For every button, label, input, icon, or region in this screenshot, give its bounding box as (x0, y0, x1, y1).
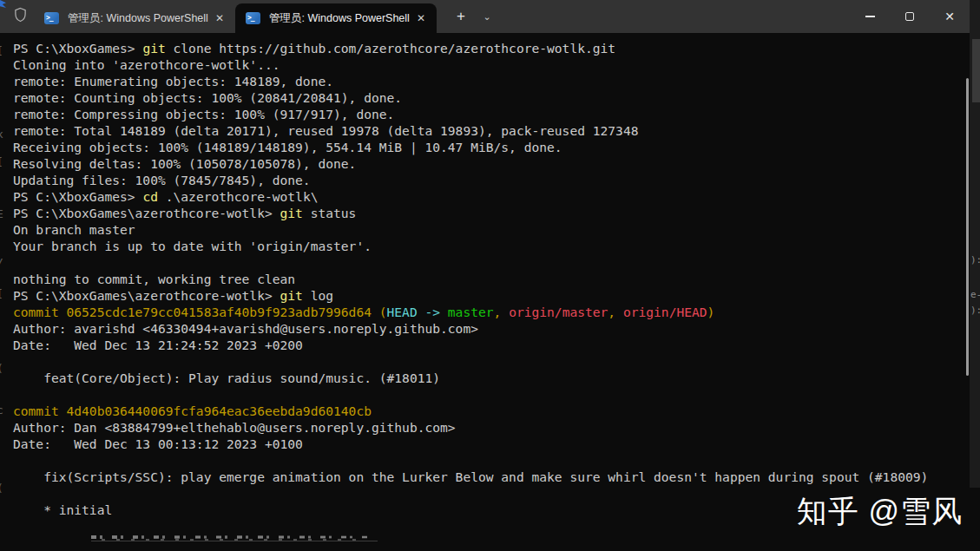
edge-glyph-fragment: [ (0, 288, 6, 299)
window-controls: ✕ (850, 0, 970, 33)
edge-glyph-fragment: ): (970, 255, 980, 265)
scrollbar-thumb[interactable] (966, 78, 969, 376)
edge-glyph-fragment: [ (0, 45, 6, 56)
powershell-icon (44, 12, 59, 24)
terminal-line: Date: Wed Dec 13 21:24:52 2023 +0200 (13, 337, 970, 353)
tab-close-icon[interactable]: ✕ (211, 10, 228, 27)
tab-title: 管理员: Windows PowerShell (68, 11, 211, 26)
terminal-line: Updating files: 100% (7845/7845), done. (13, 172, 970, 188)
terminal-line: remote: Enumerating objects: 148189, don… (13, 73, 970, 89)
terminal-line: remote: Counting objects: 100% (20841/20… (13, 89, 970, 106)
edge-glyph-fragment: ): (970, 305, 980, 315)
terminal-line (13, 353, 970, 370)
background-window-fragment (972, 39, 980, 102)
edge-glyph-fragment: ( (0, 482, 6, 494)
maximize-icon (905, 12, 914, 21)
terminal-line: fix(Scripts/SSC): play emerge animation … (13, 469, 970, 485)
edge-glyph-fragment: / (0, 257, 6, 268)
titlebar: 管理员: Windows PowerShell ✕ 管理员: Windows P… (0, 0, 980, 33)
terminal-line: On branch master (13, 221, 970, 238)
admin-shield-icon (14, 7, 27, 26)
terminal-line: Receiving objects: 100% (148189/148189),… (13, 139, 970, 155)
cutoff-subtitle-baseline (91, 541, 378, 541)
edge-glyph-fragment: [ (0, 156, 6, 167)
terminal-line: Resolving deltas: 100% (105078/105078), … (13, 155, 970, 172)
minimize-button[interactable] (850, 0, 890, 33)
close-button[interactable]: ✕ (930, 0, 970, 33)
minimize-icon (865, 16, 875, 17)
terminal-line: commit 06525cdc1e79cc041583af40b9f923adb… (13, 304, 970, 320)
edge-glyph-fragment: x (0, 128, 6, 140)
terminal-output[interactable]: PS C:\XboxGames> git clone https://githu… (0, 33, 970, 551)
edge-glyph-fragment: ( (0, 363, 6, 374)
windows-terminal-window: 管理员: Windows PowerShell ✕ 管理员: Windows P… (0, 0, 980, 551)
close-icon: ✕ (944, 10, 955, 23)
terminal-line: feat(Core/Object): Play radius sound/mus… (13, 370, 970, 386)
tab-title: 管理员: Windows PowerShell (269, 11, 412, 26)
terminal-line: Author: Dan <83884799+elthehablo@users.n… (13, 419, 970, 436)
terminal-line: PS C:\XboxGames\azerothcore-wotlk> git l… (13, 287, 970, 304)
terminal-line: Cloning into 'azerothcore-wotlk'... (13, 56, 970, 73)
chevron-down-icon[interactable]: ⌄ (477, 5, 497, 28)
terminal-line: PS C:\XboxGames\azerothcore-wotlk> git s… (13, 205, 970, 221)
background-window-sliver: ):e-): (970, 0, 980, 488)
powershell-icon (246, 12, 260, 24)
terminal-line: Author: avarishd <46330494+avarishd@user… (13, 320, 970, 337)
tab-powershell-2-active[interactable]: 管理员: Windows PowerShell ✕ (235, 3, 437, 33)
tab-close-icon[interactable]: ✕ (412, 10, 430, 27)
edge-glyph-fragment: c (0, 404, 6, 416)
terminal-line: Your branch is up to date with 'origin/m… (13, 238, 970, 254)
terminal-line: remote: Total 148189 (delta 20171), reus… (13, 122, 970, 139)
tab-powershell-1[interactable]: 管理员: Windows PowerShell ✕ (34, 3, 235, 33)
edge-glyph-fragment: e- (970, 290, 980, 299)
terminal-line: nothing to commit, working tree clean (13, 271, 970, 287)
terminal-line (13, 386, 970, 403)
maximize-button[interactable] (890, 0, 930, 33)
terminal-line: PS C:\XboxGames> git clone https://githu… (13, 40, 970, 56)
terminal-line: remote: Compressing objects: 100% (917/9… (13, 106, 970, 122)
terminal-line (13, 452, 970, 469)
edge-glyph-fragment: E (0, 208, 6, 220)
terminal-line: PS C:\XboxGames> cd .\azerothcore-wotlk\ (13, 188, 970, 205)
zhihu-watermark: 知乎 @雪风 (797, 491, 963, 532)
new-tab-button[interactable]: + (449, 5, 473, 28)
terminal-line: commit 4d40b036440069fcfa964eac36eebda9d… (13, 403, 970, 419)
terminal-line (13, 254, 970, 271)
terminal-line: Date: Wed Dec 13 00:13:12 2023 +0100 (13, 436, 970, 452)
